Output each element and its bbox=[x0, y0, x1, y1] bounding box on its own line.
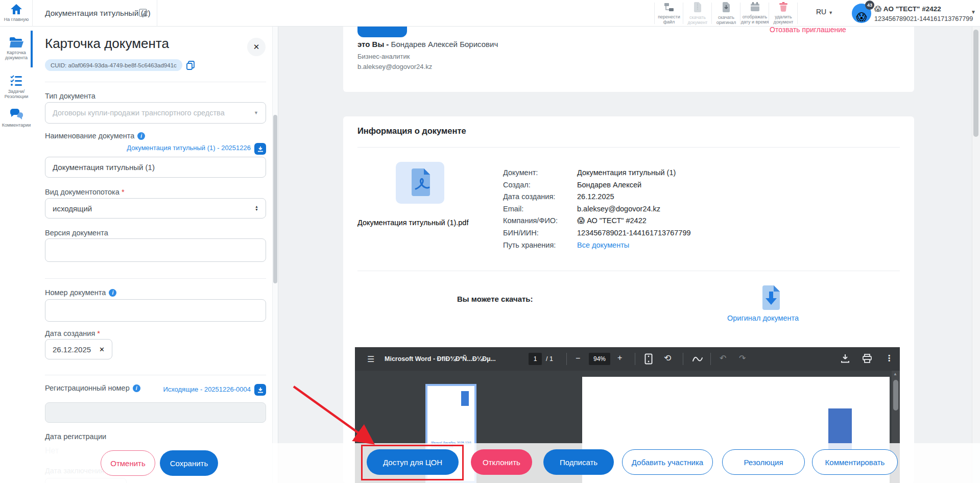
show-datetime-button[interactable]: отображать дату и время bbox=[740, 0, 769, 27]
pdf-scrollbar-up-icon[interactable]: ▲ bbox=[893, 372, 897, 376]
doc-name-download-button[interactable] bbox=[254, 143, 266, 155]
doc-version-label: Версия документа bbox=[45, 229, 108, 237]
panel-divider bbox=[45, 375, 266, 375]
download-icon bbox=[257, 387, 264, 393]
account-caret-icon[interactable]: ▼ bbox=[971, 9, 976, 15]
role-badge bbox=[357, 27, 407, 37]
toolbar-sep bbox=[683, 353, 683, 365]
download-icon bbox=[257, 146, 264, 152]
zoom-level[interactable]: 94% bbox=[589, 353, 610, 365]
clear-date-icon[interactable]: ✕ bbox=[99, 346, 105, 353]
pdf-scrollbar-thumb[interactable] bbox=[893, 380, 898, 410]
original-document-link[interactable]: Оригинал документа bbox=[727, 314, 799, 322]
storage-path-link[interactable]: Все документы bbox=[577, 239, 629, 252]
doc-name-input[interactable] bbox=[45, 157, 266, 178]
info-row-value: 26.12.2025 bbox=[577, 191, 614, 203]
language-selector[interactable]: RU ▼ bbox=[816, 8, 833, 16]
active-indicator bbox=[31, 31, 33, 67]
rail-item-comments[interactable]: Комментарии bbox=[0, 106, 33, 135]
reg-number-label: Регистрационный номер bbox=[45, 384, 130, 392]
flow-type-label: Вид документопотока * bbox=[45, 188, 125, 196]
rail-item-comments-label: Комментарии bbox=[0, 123, 33, 128]
download-pdf-icon[interactable] bbox=[841, 354, 849, 363]
redo-icon[interactable]: ↷ bbox=[739, 353, 746, 363]
cancel-button[interactable]: Отменить bbox=[101, 450, 155, 476]
updown-arrows-icon: ▲▼ bbox=[255, 205, 258, 211]
revoke-invitation-link[interactable]: Отозвать приглашение bbox=[770, 26, 846, 34]
doc-version-input[interactable] bbox=[45, 238, 266, 262]
thumbnail-chart-block bbox=[461, 391, 469, 406]
edit-title-icon[interactable] bbox=[139, 8, 149, 18]
toolbar-sep bbox=[635, 353, 635, 365]
delete-document-button[interactable]: удалить документ bbox=[769, 0, 798, 27]
pdf-file-tile[interactable] bbox=[396, 162, 444, 204]
download-document-button[interactable]: скачать документ bbox=[683, 0, 712, 27]
doc-type-select[interactable]: Договоры купли-продажи транспортного сре… bbox=[45, 102, 266, 124]
annotate-pen-icon[interactable] bbox=[692, 355, 703, 363]
info-row-label: БИН/ИИН: bbox=[503, 227, 577, 239]
fit-page-icon[interactable] bbox=[644, 353, 653, 365]
panel-close-button[interactable]: ✕ bbox=[247, 38, 266, 56]
move-file-button[interactable]: перенести файл bbox=[655, 0, 683, 27]
download-original-icon bbox=[722, 2, 730, 12]
company-emoji: 😱 bbox=[577, 215, 585, 227]
window-scrollbar-thumb[interactable] bbox=[973, 30, 978, 137]
rail-item-card[interactable]: Карточка документа bbox=[0, 31, 33, 67]
print-icon[interactable] bbox=[863, 354, 872, 363]
doc-number-input[interactable] bbox=[45, 299, 266, 322]
panel-divider bbox=[45, 278, 266, 279]
created-date-value: 26.12.2025 bbox=[53, 345, 99, 354]
zoom-out-button[interactable]: − bbox=[576, 354, 580, 363]
rail-item-tasks[interactable]: Задачи/ Резолюции bbox=[0, 71, 33, 104]
more-options-icon[interactable]: ⋮ bbox=[885, 353, 893, 363]
doc-type-placeholder: Договоры купли-продажи транспортного сре… bbox=[53, 109, 254, 117]
info-icon[interactable]: i bbox=[109, 289, 116, 297]
doc-number-label: Номер документа bbox=[45, 288, 106, 297]
comment-button[interactable]: Комментировать bbox=[812, 449, 898, 475]
doc-name-label: Наименование документа bbox=[45, 132, 134, 140]
panel-scrollbar-thumb[interactable] bbox=[273, 115, 277, 283]
reg-number-link[interactable]: Исходящие - 20251226-0004 bbox=[135, 385, 251, 393]
info-icon[interactable]: i bbox=[137, 132, 145, 140]
download-original-button[interactable]: скачать оригинал bbox=[712, 0, 740, 27]
participant-email: b.aleksey@dogovor24.kz bbox=[357, 63, 432, 70]
participant-name: Бондарев Алексей Борисович bbox=[391, 40, 498, 49]
participant-card: это Вы - Бондарев Алексей Борисович Бизн… bbox=[343, 27, 914, 92]
left-rail: Карточка документа Задачи/ Резолюции Ком… bbox=[0, 27, 33, 483]
annotation-highlight-box bbox=[361, 445, 464, 480]
pdf-title: Microsoft Word - ÐflÐ¾ÐºÑ...Ð¼Ðµ... bbox=[385, 355, 496, 363]
home-label: На главную bbox=[0, 17, 33, 22]
chevron-down-icon: ▼ bbox=[828, 10, 833, 15]
account-name[interactable]: 😱 АО "ТЕСТ" #2422 bbox=[874, 5, 941, 13]
copy-icon[interactable] bbox=[186, 61, 195, 70]
undo-icon[interactable]: ↶ bbox=[720, 353, 726, 363]
save-button[interactable]: Сохранить bbox=[160, 450, 218, 476]
info-row-label: Документ: bbox=[503, 167, 577, 179]
flow-type-select[interactable]: исходящий ▲▼ bbox=[45, 198, 266, 219]
notification-badge: 43 bbox=[865, 1, 874, 10]
menu-icon[interactable]: ☰ bbox=[367, 354, 374, 364]
created-date-input[interactable]: 26.12.2025 ✕ bbox=[45, 339, 112, 359]
account-id: 123456789021-144161713767799 bbox=[874, 15, 973, 22]
language-value: RU bbox=[816, 8, 826, 16]
pdf-file-link[interactable]: Документация титульный (1).pdf bbox=[357, 219, 468, 227]
info-row-value: b.aleksey@dogovor24.kz bbox=[577, 203, 660, 215]
top-header: На главную Документация титульный (1) пе… bbox=[0, 0, 980, 27]
zoom-in-button[interactable]: + bbox=[617, 353, 622, 363]
panel-divider bbox=[45, 82, 266, 82]
home-button[interactable]: На главную bbox=[0, 0, 33, 27]
original-download-icon bbox=[759, 285, 783, 311]
reg-date-label: Дата регистрации bbox=[45, 432, 106, 441]
resolution-button[interactable]: Резолюция bbox=[722, 449, 805, 475]
original-download-tile[interactable] bbox=[759, 285, 783, 313]
document-info-heading: Информация о документе bbox=[357, 126, 466, 136]
rotate-icon[interactable]: ⟲ bbox=[664, 353, 671, 364]
info-row-label: Путь хранения: bbox=[503, 239, 577, 252]
sign-button[interactable]: Подписать bbox=[543, 449, 614, 475]
reg-number-download-button[interactable] bbox=[254, 384, 266, 396]
reject-button[interactable]: Отклонить bbox=[471, 449, 532, 475]
add-participant-button[interactable]: Добавить участника bbox=[622, 449, 713, 475]
download-document-icon bbox=[694, 2, 702, 12]
doc-name-link[interactable]: Документация титульный (1) - 20251226 bbox=[45, 144, 251, 152]
page-number-input[interactable]: 1 bbox=[529, 353, 542, 365]
